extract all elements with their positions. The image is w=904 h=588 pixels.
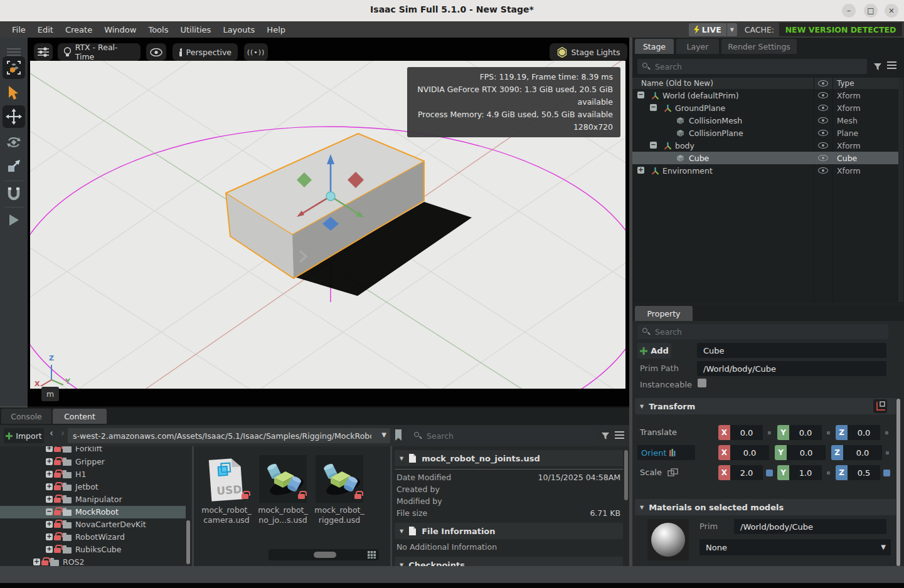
content-search-input[interactable] xyxy=(425,428,593,443)
orient-y-field[interactable]: 0.0 xyxy=(787,445,826,460)
slider-thumb[interactable] xyxy=(314,552,336,558)
stage-row-groundplane[interactable]: − GroundPlane Xform xyxy=(632,102,898,114)
menu-tools[interactable]: Tools xyxy=(148,25,168,34)
translate-x-field[interactable]: 0.0 xyxy=(730,425,763,440)
folder-novacarterdevkit[interactable]: + NovaCarterDevKit xyxy=(0,518,186,531)
visibility-toggle[interactable] xyxy=(818,167,828,174)
folder-rubikscube[interactable]: + RubiksCube xyxy=(0,543,186,556)
folder-scrollbar[interactable] xyxy=(186,520,190,564)
scale-tool-button[interactable] xyxy=(3,155,25,177)
menu-layouts[interactable]: Layouts xyxy=(223,25,255,34)
filter-icon[interactable] xyxy=(601,432,610,440)
stage-row-environment[interactable]: + Environment Xform xyxy=(632,164,898,177)
file-details-header[interactable]: ▼ mock_robot_no_joints.usd xyxy=(395,450,623,466)
stage-scrollbar[interactable] xyxy=(898,78,903,302)
transform-axes-icon[interactable] xyxy=(873,399,887,413)
divider[interactable] xyxy=(390,446,392,566)
folder-robotwizard[interactable]: + RobotWizard xyxy=(0,531,186,543)
column-name[interactable]: Name (Old to New) xyxy=(641,79,713,88)
tab-render-settings[interactable]: Render Settings xyxy=(721,39,797,54)
snap-tool-button[interactable] xyxy=(3,183,25,204)
stage-search-input[interactable] xyxy=(654,59,864,74)
selection-mode-button[interactable] xyxy=(3,56,25,79)
grid-view-icon[interactable] xyxy=(368,551,376,559)
folder-mockrobot-selected[interactable]: − MockRobot xyxy=(0,506,186,518)
menu-edit[interactable]: Edit xyxy=(38,25,53,34)
bookmark-icon[interactable] xyxy=(394,429,403,441)
visibility-toggle[interactable] xyxy=(818,92,828,98)
scale-y-field[interactable]: 1.0 xyxy=(789,465,822,480)
folder-ros2[interactable]: + ROS2 xyxy=(0,556,186,566)
visibility-button[interactable] xyxy=(146,43,166,61)
material-dropdown[interactable]: None ▼ xyxy=(699,539,891,555)
orient-x-field[interactable]: 0.0 xyxy=(730,445,769,460)
orient-label-chip[interactable]: Orient xyxy=(637,445,695,460)
close-button[interactable]: × xyxy=(885,4,898,18)
scale-z-modified-indicator[interactable] xyxy=(883,470,890,476)
visibility-toggle[interactable] xyxy=(818,142,828,149)
address-bar[interactable]: ▼ xyxy=(68,428,390,443)
import-button[interactable]: Import xyxy=(4,428,44,443)
visibility-toggle[interactable] xyxy=(818,155,828,161)
property-scrollbar[interactable] xyxy=(896,399,900,566)
translate-y-field[interactable]: 0.0 xyxy=(789,425,822,440)
tab-property[interactable]: Property xyxy=(635,306,693,321)
unit-button[interactable]: m xyxy=(41,387,59,401)
folder-gripper[interactable]: + Gripper xyxy=(0,456,186,468)
renderer-selector[interactable]: RTX - Real-Time xyxy=(58,43,141,61)
file-information-header[interactable]: ▼ File Information xyxy=(395,523,623,539)
stage-options-icon[interactable] xyxy=(887,61,896,63)
folder-h1[interactable]: + H1 xyxy=(0,468,186,481)
content-options-icon[interactable] xyxy=(615,431,624,433)
menu-utilities[interactable]: Utilities xyxy=(180,25,211,34)
move-tool-button[interactable] xyxy=(3,105,25,128)
file-mock-robot-no-joints[interactable] xyxy=(259,455,307,503)
tab-content[interactable]: Content xyxy=(53,409,107,424)
stage-row-world[interactable]: − World (defaultPrim) Xform xyxy=(632,89,898,102)
transform-section-header[interactable]: ▼ Transform xyxy=(635,398,896,414)
audio-speaker-button[interactable]: ((•)) xyxy=(244,43,268,61)
stage-row-body[interactable]: − body Xform xyxy=(632,139,898,152)
orient-z-field[interactable]: 0.0 xyxy=(843,445,882,460)
prim-name-field[interactable]: Cube xyxy=(697,343,886,358)
select-tool-button[interactable] xyxy=(3,83,25,104)
stage-row-collisionplane[interactable]: CollisionPlane Plane xyxy=(632,127,898,139)
folder-manipulator[interactable]: + Manipulator xyxy=(0,493,186,506)
rotate-tool-button[interactable] xyxy=(3,132,25,153)
visibility-toggle[interactable] xyxy=(818,117,828,123)
address-input[interactable] xyxy=(72,428,373,443)
stage-lights-button[interactable]: Stage Lights xyxy=(550,43,627,61)
scale-z-field[interactable]: 0.5 xyxy=(848,465,880,480)
folder-forklift[interactable]: + Forklift xyxy=(0,446,186,455)
column-type[interactable]: Type xyxy=(837,79,854,88)
add-property-button[interactable]: Add xyxy=(637,343,671,359)
translate-z-field[interactable]: 0.0 xyxy=(848,425,880,440)
filter-icon[interactable] xyxy=(873,63,882,71)
scale-x-modified-indicator[interactable] xyxy=(766,470,773,476)
forward-button[interactable]: › xyxy=(61,428,65,439)
folder-jetbot[interactable]: + Jetbot xyxy=(0,481,186,493)
maximize-button[interactable]: □ xyxy=(864,4,878,18)
property-search[interactable] xyxy=(637,324,888,339)
play-button[interactable] xyxy=(3,209,25,231)
materials-section-header[interactable]: ▼ Materials on selected models xyxy=(635,499,896,515)
stage-search[interactable] xyxy=(637,59,867,74)
tab-layer[interactable]: Layer xyxy=(676,39,719,54)
viewport-settings-button[interactable] xyxy=(34,43,53,61)
path-dropdown-icon[interactable]: ▼ xyxy=(381,431,386,438)
file-mock-robot-camera[interactable]: USD xyxy=(203,455,250,503)
property-search-input[interactable] xyxy=(654,324,886,339)
minimize-button[interactable]: – xyxy=(842,4,856,18)
menu-create[interactable]: Create xyxy=(65,25,92,34)
details-scrollbar[interactable] xyxy=(624,450,628,500)
instanceable-checkbox[interactable] xyxy=(698,379,706,387)
scale-x-field[interactable]: 2.0 xyxy=(730,465,763,480)
visibility-toggle[interactable] xyxy=(818,130,828,136)
menu-window[interactable]: Window xyxy=(104,25,136,34)
thumbnail-size-slider[interactable] xyxy=(269,549,379,560)
tab-stage[interactable]: Stage xyxy=(635,39,674,54)
prim-path-field[interactable]: /World/body/Cube xyxy=(697,361,886,376)
stage-row-cube-selected[interactable]: Cube Cube xyxy=(632,152,898,164)
version-notice[interactable]: NEW VERSION DETECTED xyxy=(779,23,902,36)
menu-help[interactable]: Help xyxy=(267,25,285,34)
